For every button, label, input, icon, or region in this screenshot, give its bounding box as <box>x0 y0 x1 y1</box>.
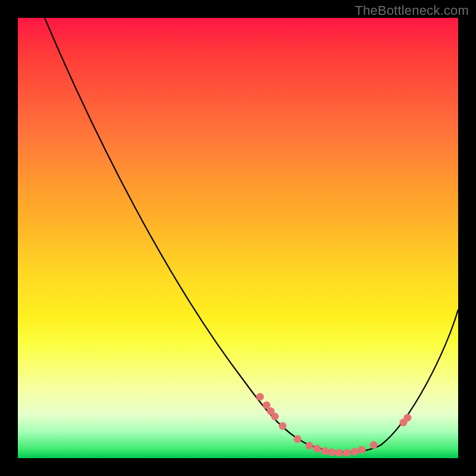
data-dot <box>404 414 412 422</box>
data-dot <box>358 446 366 454</box>
data-dot <box>271 413 279 421</box>
bottleneck-curve <box>45 18 458 452</box>
data-dot <box>314 445 321 453</box>
watermark-text: TheBottleneck.com <box>355 3 469 18</box>
data-dot <box>279 422 287 430</box>
data-dot <box>256 393 264 401</box>
data-dot <box>328 449 336 456</box>
data-dot <box>321 447 329 455</box>
data-dot <box>351 448 359 456</box>
data-dot <box>343 449 351 457</box>
data-dot <box>370 441 378 449</box>
data-dot <box>336 449 343 457</box>
chart-svg <box>18 18 458 458</box>
data-dot <box>306 442 314 450</box>
data-dot <box>294 436 302 443</box>
chart-plot-area <box>18 18 458 458</box>
data-dots-group <box>256 393 412 457</box>
